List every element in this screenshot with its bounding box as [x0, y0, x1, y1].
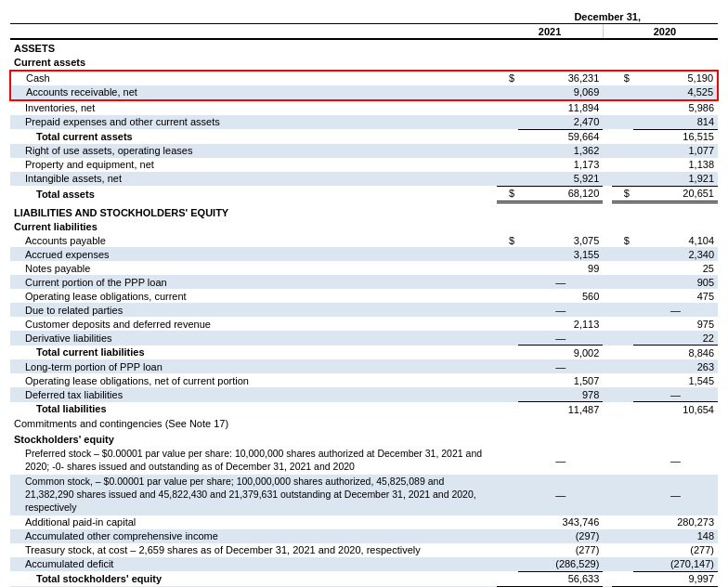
- ar-value-2020: 4,525: [633, 85, 718, 100]
- total-assets-label: Total assets: [10, 186, 497, 202]
- due-related-2020: —: [633, 303, 718, 317]
- accrued-expenses-2020: 2,340: [633, 247, 718, 261]
- rou-value-2021: 1,362: [518, 144, 603, 158]
- ap-value-2021: 3,075: [518, 233, 603, 247]
- commitments-row: Commitments and contingencies (See Note …: [10, 416, 718, 430]
- aoci-2021: (297): [518, 529, 603, 543]
- customer-deposits-2021: 2,113: [518, 317, 603, 331]
- derivative-2021: —: [518, 331, 603, 346]
- total-assets-row: Total assets $ 68,120 $ 20,651: [10, 186, 718, 202]
- treasury-row: Treasury stock, at cost – 2,659 shares a…: [10, 543, 718, 557]
- deferred-tax-2020: —: [633, 387, 718, 402]
- ppe-row: Property and equipment, net 1,173 1,138: [10, 158, 718, 172]
- customer-deposits-label: Customer deposits and deferred revenue: [10, 317, 497, 331]
- ar-row: Accounts receivable, net 9,069 4,525: [10, 85, 718, 100]
- prepaid-label: Prepaid expenses and other current asset…: [10, 115, 497, 130]
- year2-header: 2020: [612, 24, 718, 40]
- intangibles-value-2021: 5,921: [518, 172, 603, 187]
- deferred-tax-2021: 978: [518, 387, 603, 402]
- intangibles-row: Intangible assets, net 5,921 1,921: [10, 172, 718, 187]
- equity-title-row: Stockholders' equity: [10, 430, 718, 447]
- ar-value-2021: 9,069: [518, 85, 603, 100]
- preferred-stock-row: Preferred stock – $0.00001 par value per…: [10, 447, 718, 475]
- ppp-longterm-label: Long-term portion of PPP loan: [10, 359, 497, 373]
- label-header: [10, 9, 497, 24]
- preferred-stock-2020: —: [633, 447, 718, 475]
- year-header-row: 2021 2020: [10, 24, 718, 40]
- rou-label: Right of use assets, operating leases: [10, 144, 497, 158]
- notes-payable-row: Notes payable 99 25: [10, 261, 718, 275]
- current-liabilities-label: Current liabilities: [10, 219, 718, 233]
- cash-dollar-2020: $: [612, 71, 633, 85]
- ppp-current-row: Current portion of the PPP loan — 905: [10, 275, 718, 289]
- derivative-2020: 22: [633, 331, 718, 346]
- operating-lease-noncurrent-row: Operating lease obligations, net of curr…: [10, 373, 718, 387]
- due-related-2021: —: [518, 303, 603, 317]
- total-current-liabilities-row: Total current liabilities 9,002 8,846: [10, 346, 718, 360]
- total-liabilities-label: Total liabilities: [10, 402, 497, 417]
- ar-label: Accounts receivable, net: [10, 85, 497, 100]
- deferred-tax-label: Deferred tax liabilities: [10, 387, 497, 402]
- intangibles-label: Intangible assets, net: [10, 172, 497, 187]
- total-assets-dollar-2020: $: [612, 186, 633, 202]
- deferred-tax-row: Deferred tax liabilities 978 —: [10, 387, 718, 402]
- aoci-row: Accumulated other comprehensive income (…: [10, 529, 718, 543]
- total-current-assets-label: Total current assets: [10, 129, 497, 144]
- ap-dollar-2021: $: [497, 233, 518, 247]
- cash-row: Cash $ 36,231 $ 5,190: [10, 71, 718, 85]
- customer-deposits-2020: 975: [633, 317, 718, 331]
- total-current-liabilities-2021: 9,002: [518, 346, 603, 360]
- prepaid-value-2021: 2,470: [518, 115, 603, 130]
- total-current-assets-2021: 59,664: [518, 129, 603, 144]
- accumulated-deficit-2021: (286,529): [518, 557, 603, 572]
- cash-dollar-2021: $: [497, 71, 518, 85]
- total-equity-row: Total stockholders' equity 56,633 9,997: [10, 571, 718, 586]
- total-assets-value-2020: 20,651: [633, 186, 718, 202]
- commitments-label: Commitments and contingencies (See Note …: [10, 416, 718, 430]
- cash-value-2021: 36,231: [518, 71, 603, 85]
- apic-row: Additional paid-in capital 343,746 280,2…: [10, 515, 718, 529]
- common-stock-2020: —: [633, 475, 718, 515]
- inventories-label: Inventories, net: [10, 100, 497, 115]
- common-stock-2021: —: [518, 475, 603, 515]
- customer-deposits-row: Customer deposits and deferred revenue 2…: [10, 317, 718, 331]
- total-equity-2021: 56,633: [518, 571, 603, 586]
- rou-value-2020: 1,077: [633, 144, 718, 158]
- derivative-row: Derivative liabilities — 22: [10, 331, 718, 346]
- inventories-row: Inventories, net 11,894 5,986: [10, 100, 718, 115]
- due-related-label: Due to related parties: [10, 303, 497, 317]
- ppp-longterm-2021: —: [518, 359, 603, 373]
- total-equity-2020: 9,997: [633, 571, 718, 586]
- balance-sheet: December 31, 2021 2020 ASSETS Current as…: [9, 9, 719, 587]
- common-stock-row: Common stock, – $0.00001 par value per s…: [10, 475, 718, 515]
- rou-row: Right of use assets, operating leases 1,…: [10, 144, 718, 158]
- accrued-expenses-2021: 3,155: [518, 247, 603, 261]
- ar-dollar-2021: [497, 85, 518, 100]
- period-header-row: December 31,: [10, 9, 718, 24]
- cash-value-2020: 5,190: [633, 71, 718, 85]
- treasury-label: Treasury stock, at cost – 2,659 shares a…: [10, 543, 497, 557]
- ppe-value-2021: 1,173: [518, 158, 603, 172]
- period-header: December 31,: [497, 9, 718, 24]
- operating-lease-noncurrent-2021: 1,507: [518, 373, 603, 387]
- derivative-label: Derivative liabilities: [10, 331, 497, 346]
- ppe-label: Property and equipment, net: [10, 158, 497, 172]
- accrued-expenses-row: Accrued expenses 3,155 2,340: [10, 247, 718, 261]
- operating-lease-current-2020: 475: [633, 289, 718, 303]
- notes-payable-2021: 99: [518, 261, 603, 275]
- current-liabilities-subtitle: Current liabilities: [10, 219, 718, 233]
- liabilities-title: LIABILITIES AND STOCKHOLDERS' EQUITY: [10, 202, 718, 219]
- inventories-value-2021: 11,894: [518, 100, 603, 115]
- ar-dollar-2020: [612, 85, 633, 100]
- total-current-liabilities-2020: 8,846: [633, 346, 718, 360]
- apic-2021: 343,746: [518, 515, 603, 529]
- total-equity-label: Total stockholders' equity: [10, 571, 497, 586]
- ap-dollar-2020: $: [612, 233, 633, 247]
- label-col-header: [10, 24, 497, 40]
- operating-lease-noncurrent-label: Operating lease obligations, net of curr…: [10, 373, 497, 387]
- accumulated-deficit-label: Accumulated deficit: [10, 557, 497, 572]
- aoci-2020: 148: [633, 529, 718, 543]
- ppp-longterm-2020: 263: [633, 359, 718, 373]
- operating-lease-noncurrent-2020: 1,545: [633, 373, 718, 387]
- ppp-longterm-row: Long-term portion of PPP loan — 263: [10, 359, 718, 373]
